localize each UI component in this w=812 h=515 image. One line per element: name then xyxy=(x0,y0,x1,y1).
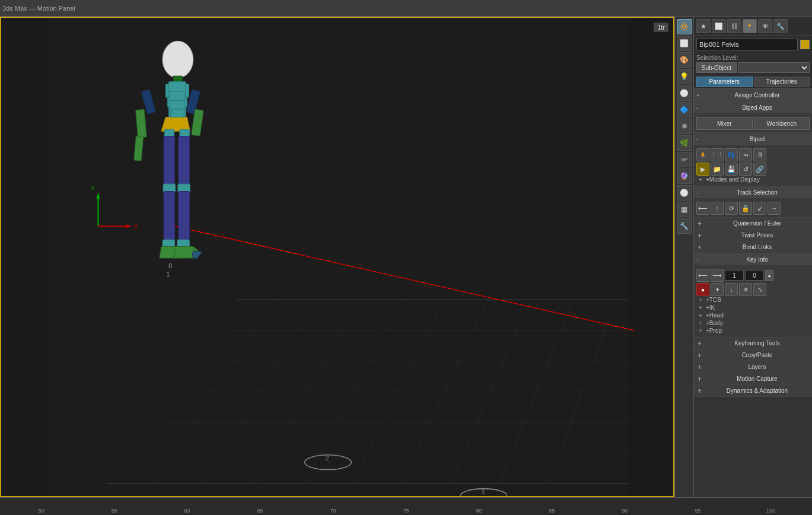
head-label: +Head xyxy=(706,312,724,319)
icon-light[interactable]: 💡 xyxy=(677,69,692,84)
track-sel2-btn[interactable]: ↙ xyxy=(753,202,766,215)
key-type-rot-btn[interactable]: ✦ xyxy=(711,283,724,296)
key-number-input[interactable] xyxy=(725,270,744,281)
rollout-keyframing-tools-header[interactable]: + Keyframing Tools xyxy=(694,338,812,349)
biped-figure-mode-btn[interactable]: 🧍 xyxy=(696,148,709,161)
rollout-quaternion-header[interactable]: + Quaternion / Euler xyxy=(694,218,812,230)
rollout-dynamics-header[interactable]: + Dynamics & Adaptation xyxy=(694,385,812,397)
body-item[interactable]: + +Body xyxy=(696,319,810,327)
biped-play-btn[interactable]: ▶ xyxy=(696,163,709,176)
biped-apps-sign: - xyxy=(696,104,702,111)
tab-icon-modify[interactable]: ⬜ xyxy=(712,19,726,33)
biped-load-btn[interactable]: 📁 xyxy=(711,163,724,176)
icon-circle[interactable]: ⚪ xyxy=(677,185,692,201)
biped-mixer-btn2[interactable]: 🎚 xyxy=(753,148,766,161)
track-sym-btn[interactable]: ⟳ xyxy=(725,202,738,215)
sub-object-btn[interactable]: Sub-Object xyxy=(696,62,737,73)
rollout-key-info-header[interactable]: - Key Info xyxy=(694,253,812,265)
icon-grid[interactable]: ▦ xyxy=(677,202,692,217)
rollout-biped-header[interactable]: - Biped xyxy=(694,133,812,145)
biped-select-btn[interactable]: ⋮⋮ xyxy=(711,148,724,161)
biped-right-thigh xyxy=(179,136,190,185)
rollout-layers-header[interactable]: + Layers xyxy=(694,361,812,373)
motion-capture-sign: + xyxy=(698,375,703,383)
rollout-assign-controller: + Assign Controller xyxy=(694,89,812,101)
footprint-2-label: 2 xyxy=(326,455,329,462)
track-prev-btn[interactable]: ⟵ xyxy=(696,202,709,215)
key-spinner-up[interactable]: ▲ xyxy=(765,270,773,281)
footprint-3-label: 3 xyxy=(481,489,485,495)
ik-item[interactable]: + +IK xyxy=(696,304,810,311)
icon-wrench[interactable]: 🔧 xyxy=(677,218,692,234)
tab-trajectories[interactable]: Trajectories xyxy=(754,77,810,87)
key-del-btn[interactable]: ✕ xyxy=(739,283,752,296)
rollout-motion-capture-header[interactable]: + Motion Capture xyxy=(694,373,812,385)
icon-display[interactable]: ⬜ xyxy=(677,36,692,51)
selection-level-row: Selection Level: Sub-Object xyxy=(694,53,812,75)
track-sel-sign: - xyxy=(696,189,702,196)
icon-diamond[interactable]: 🔷 xyxy=(677,102,692,117)
icon-snowflake[interactable]: ❄ xyxy=(677,119,692,134)
toolbar-placeholder: 3ds Max — Motion Panel xyxy=(2,5,75,12)
timeline: 50 55 60 65 70 75 80 85 90 95 100 xyxy=(0,497,812,515)
key-type-pos-btn[interactable]: ● xyxy=(696,283,709,296)
selection-dropdown[interactable] xyxy=(738,62,810,73)
icon-leaf[interactable]: 🌿 xyxy=(677,135,692,151)
mixer-btn[interactable]: Mixer xyxy=(696,117,753,130)
biped-link-btn[interactable]: 🔗 xyxy=(753,163,766,176)
biped-right-ankle xyxy=(177,240,190,247)
icon-hp[interactable]: HP xyxy=(677,152,692,167)
assign-controller-title: Assign Controller xyxy=(705,92,810,98)
modes-display-item[interactable]: + +Modes and Display xyxy=(696,176,810,183)
object-name-input[interactable] xyxy=(696,39,798,50)
track-next-btn[interactable]: → xyxy=(768,202,781,215)
body-label: +Body xyxy=(706,320,723,326)
track-up-btn[interactable]: ↑ xyxy=(711,202,724,215)
tab-icon-hierarchy[interactable]: ⛓ xyxy=(727,19,741,33)
rollout-bend-links-header[interactable]: + Bend Links xyxy=(694,241,812,253)
key-prev-btn[interactable]: ⟵ xyxy=(696,269,709,282)
biped-icon-row-2: ▶ 📁 💾 ↺ 🔗 xyxy=(696,163,810,176)
icon-orb[interactable]: 🔮 xyxy=(677,169,692,184)
key-wave-btn[interactable]: ∿ xyxy=(753,283,766,296)
rollout-track-selection-header[interactable]: - Track Selection xyxy=(694,186,812,198)
key-value-input[interactable] xyxy=(745,270,764,281)
tab-icon-utility[interactable]: 🔧 xyxy=(773,19,788,33)
bend-label: Bend Links xyxy=(706,244,808,250)
tcb-item[interactable]: + +TCB xyxy=(696,296,810,304)
rollout-twist-poses-header[interactable]: + Twist Poses xyxy=(694,230,812,241)
biped-motion-flow-btn[interactable]: ↬ xyxy=(739,148,752,161)
x-label: X xyxy=(133,223,138,230)
viewport[interactable]: 1tr xyxy=(0,17,674,497)
icon-sphere[interactable]: ⚪ xyxy=(677,85,692,101)
viewport-label: 1tr xyxy=(654,23,668,32)
head-item[interactable]: + +Head xyxy=(696,311,810,319)
biped-save-btn[interactable]: 💾 xyxy=(725,163,738,176)
icon-motion[interactable]: 🔆 xyxy=(677,19,692,34)
icon-paint[interactable]: 🎨 xyxy=(677,52,692,68)
head-sign: + xyxy=(699,312,705,319)
tab-parameters[interactable]: Parameters xyxy=(696,77,753,87)
biped-footstep-btn[interactable]: 👣 xyxy=(725,148,738,161)
biped-convert-btn[interactable]: ↺ xyxy=(739,163,752,176)
tab-icon-display[interactable]: 👁 xyxy=(758,19,772,33)
track-lock-btn[interactable]: 🔒 xyxy=(739,202,752,215)
spine-joint-3 xyxy=(170,101,184,109)
rollout-copy-paste-header[interactable]: + Copy/Paste xyxy=(694,349,812,361)
key-set-btn[interactable]: ↓ xyxy=(725,283,738,296)
panel-tabs: ★ ⬜ ⛓ 🏃 👁 🔧 xyxy=(694,17,812,36)
rollout-assign-controller-header[interactable]: + Assign Controller xyxy=(694,89,812,101)
biped-apps-title: Biped Apps xyxy=(705,104,810,111)
scene-svg: Y X xyxy=(1,18,673,496)
biped-left-ankle xyxy=(163,240,175,247)
workbench-btn[interactable]: Workbench xyxy=(754,117,810,130)
prop-item[interactable]: + +Prop xyxy=(696,327,810,335)
selection-level-label: Selection Level: xyxy=(696,55,810,61)
object-color-swatch[interactable] xyxy=(800,40,810,49)
key-next-btn[interactable]: ⟶ xyxy=(711,269,724,282)
rollout-biped-apps-header[interactable]: - Biped Apps xyxy=(694,101,812,113)
modes-display-label: +Modes and Display xyxy=(706,176,760,183)
tab-icon-create[interactable]: ★ xyxy=(696,19,711,33)
spine-joint-4 xyxy=(170,109,184,117)
tab-icon-motion[interactable]: 🏃 xyxy=(743,19,757,33)
